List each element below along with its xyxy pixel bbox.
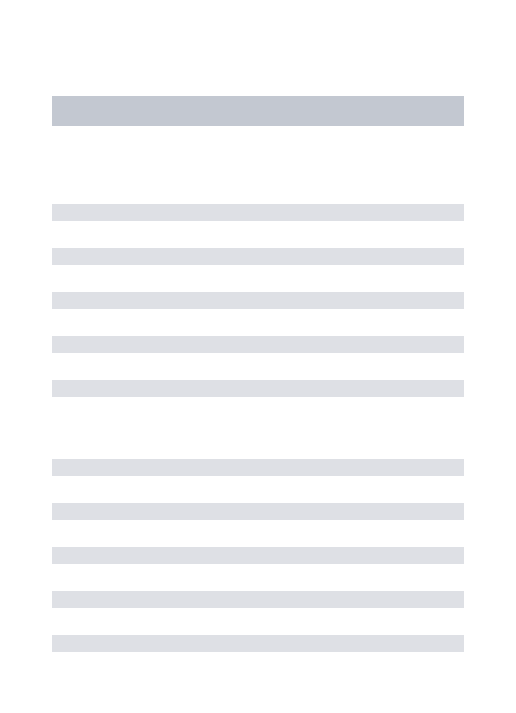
text-line-placeholder [52,503,464,520]
text-line-placeholder [52,547,464,564]
paragraph-section-1 [52,204,464,397]
text-line-placeholder [52,635,464,652]
text-line-placeholder [52,459,464,476]
text-line-placeholder [52,248,464,265]
text-line-placeholder [52,204,464,221]
paragraph-section-2 [52,459,464,652]
title-placeholder [52,96,464,126]
text-line-placeholder [52,336,464,353]
text-line-placeholder [52,292,464,309]
text-line-placeholder [52,591,464,608]
text-line-placeholder [52,380,464,397]
